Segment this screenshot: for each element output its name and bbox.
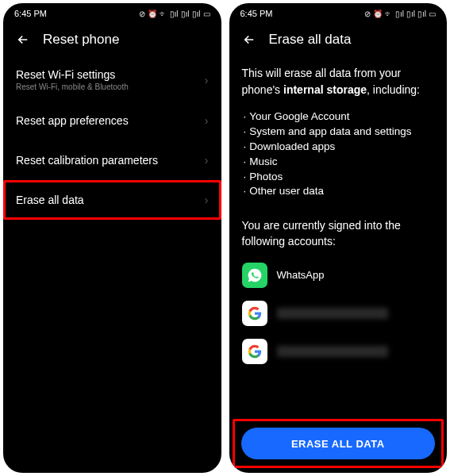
list-item-label: Reset calibration parameters [16, 154, 205, 167]
reset-wifi-settings[interactable]: Reset Wi-Fi settings Reset Wi-Fi, mobile… [16, 59, 209, 101]
settings-list: Reset Wi-Fi settings Reset Wi-Fi, mobile… [3, 59, 221, 473]
phone-screen-erase: 6:45 PM ⊘⏰ᯤ▯ıl▯ıl▯ıl▭ Erase all data Thi… [229, 3, 448, 473]
page-title: Erase all data [269, 32, 352, 48]
bullet-item: Your Google Account [242, 109, 435, 125]
bullet-item: Photos [242, 170, 435, 185]
account-label-redacted [277, 346, 388, 357]
reset-calibration-parameters[interactable]: Reset calibration parameters › [16, 140, 209, 180]
back-icon[interactable] [242, 33, 256, 47]
bullet-item: System and app data and settings [242, 125, 435, 140]
chevron-right-icon: › [205, 194, 209, 206]
erase-button-highlight: ERASE ALL DATA [233, 419, 444, 468]
account-label-redacted [277, 308, 388, 319]
list-item-sub: Reset Wi-Fi, mobile & Bluetooth [16, 83, 205, 91]
status-time: 6:45 PM [240, 9, 273, 18]
back-icon[interactable] [16, 33, 30, 47]
status-icons: ⊘⏰ᯤ▯ıl▯ıl▯ıl▭ [139, 10, 210, 18]
erase-all-data-button[interactable]: ERASE ALL DATA [241, 428, 436, 459]
status-bar: 6:45 PM ⊘⏰ᯤ▯ıl▯ıl▯ıl▭ [229, 3, 448, 24]
header: Erase all data [229, 24, 448, 59]
header: Reset phone [3, 24, 221, 59]
whatsapp-icon [242, 263, 267, 288]
bullet-item: Downloaded apps [242, 140, 435, 155]
erase-intro: This will erase all data from your phone… [242, 59, 435, 105]
list-item-label: Reset Wi-Fi settings [16, 68, 205, 81]
list-item-label: Erase all data [16, 194, 205, 206]
phone-screen-reset: 6:45 PM ⊘⏰ᯤ▯ıl▯ıl▯ıl▭ Reset phone Reset … [3, 3, 221, 473]
account-label: WhatsApp [277, 269, 325, 281]
google-icon [242, 339, 267, 364]
chevron-right-icon: › [205, 154, 209, 167]
status-time: 6:45 PM [14, 9, 47, 18]
erase-bullet-list: Your Google Account System and app data … [242, 105, 435, 207]
chevron-right-icon: › [205, 114, 209, 127]
account-google-1[interactable] [242, 294, 435, 332]
status-bar: 6:45 PM ⊘⏰ᯤ▯ıl▯ıl▯ıl▭ [3, 3, 221, 24]
bullet-item: Other user data [242, 184, 435, 199]
account-google-2[interactable] [242, 332, 435, 370]
erase-content: This will erase all data from your phone… [229, 59, 448, 419]
bullet-item: Music [242, 155, 435, 170]
list-item-label: Reset app preferences [16, 114, 205, 127]
chevron-right-icon: › [205, 74, 209, 86]
signed-in-text: You are currently signed into the follow… [242, 207, 435, 255]
page-title: Reset phone [43, 32, 119, 48]
status-icons: ⊘⏰ᯤ▯ıl▯ıl▯ıl▭ [364, 10, 436, 18]
google-icon [242, 301, 267, 326]
reset-app-preferences[interactable]: Reset app preferences › [16, 101, 209, 140]
erase-all-data-item[interactable]: Erase all data › [3, 180, 221, 220]
account-whatsapp[interactable]: WhatsApp [242, 256, 435, 294]
